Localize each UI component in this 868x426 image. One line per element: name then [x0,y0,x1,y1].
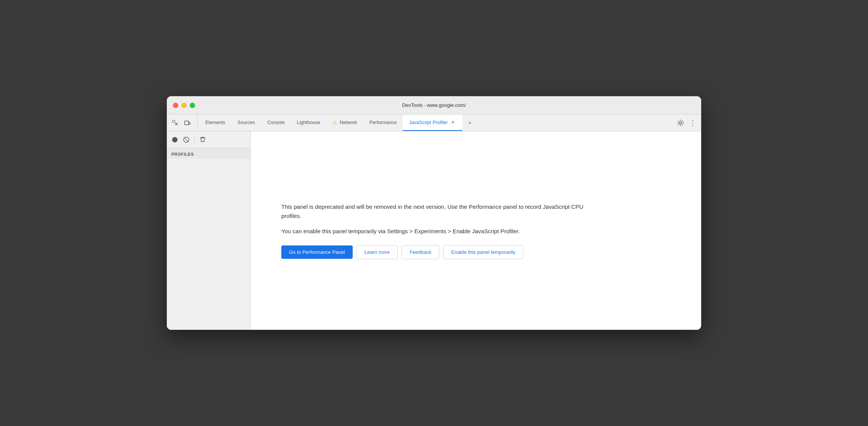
deprecation-message: This panel is deprecated and will be rem… [281,202,587,259]
close-button[interactable] [173,103,178,108]
cursor-icon[interactable] [170,118,181,128]
svg-point-4 [172,137,177,142]
tab-performance[interactable]: Performance [363,115,403,131]
tab-sources[interactable]: Sources [231,115,261,131]
stop-icon[interactable] [182,136,190,144]
tabs-container: Elements Sources Console Lighthouse ⚠ Ne… [199,115,672,131]
clear-icon[interactable] [198,136,207,144]
more-tabs-icon: » [468,119,471,126]
record-icon[interactable] [171,136,179,144]
enable-panel-button[interactable]: Enable this panel temporarily [443,245,523,259]
tab-elements[interactable]: Elements [199,115,231,131]
more-options-icon[interactable]: ⋮ [687,118,698,128]
sidebar-content [167,159,250,330]
title-bar: DevTools - www.google.com/ [167,96,701,115]
minimize-button[interactable] [181,103,187,108]
toolbar-divider [194,136,195,144]
devtools-window: DevTools - www.google.com/ Elements [167,96,701,330]
action-buttons: Go to Performance Panel Learn more Feedb… [281,245,587,259]
learn-more-button[interactable]: Learn more [357,245,398,259]
go-to-performance-button[interactable]: Go to Performance Panel [281,245,353,259]
responsive-icon[interactable] [182,118,193,128]
settings-icon[interactable] [675,118,686,128]
window-title: DevTools - www.google.com/ [402,102,466,108]
svg-rect-1 [185,121,189,125]
deprecation-paragraph-2: You can enable this panel temporarily vi… [281,227,587,236]
deprecation-paragraph-1: This panel is deprecated and will be rem… [281,202,587,221]
profiles-header: Profiles [167,148,250,159]
maximize-button[interactable] [190,103,195,108]
tab-more[interactable]: » [462,115,478,131]
svg-point-3 [679,122,682,124]
tab-network[interactable]: ⚠ Network [326,115,363,131]
traffic-lights [173,103,195,108]
svg-rect-0 [173,120,175,123]
svg-line-6 [185,138,188,141]
feedback-button[interactable]: Feedback [402,245,439,259]
tab-console[interactable]: Console [261,115,291,131]
network-warning-icon: ⚠ [332,119,337,126]
tab-js-profiler[interactable]: JavaScript Profiler ✕ [403,115,462,131]
main-content: Profiles This panel is deprecated and wi… [167,131,701,330]
toolbar-right: ⋮ [672,115,701,131]
sidebar: Profiles [167,131,251,330]
tab-lighthouse[interactable]: Lighthouse [291,115,326,131]
tab-close-icon[interactable]: ✕ [450,119,456,126]
content-panel: This panel is deprecated and will be rem… [251,131,701,330]
svg-rect-2 [189,123,190,124]
tab-bar: Elements Sources Console Lighthouse ⚠ Ne… [167,115,701,131]
toolbar-left [170,115,198,131]
sidebar-toolbar [167,131,250,148]
deprecation-text: This panel is deprecated and will be rem… [281,202,587,236]
